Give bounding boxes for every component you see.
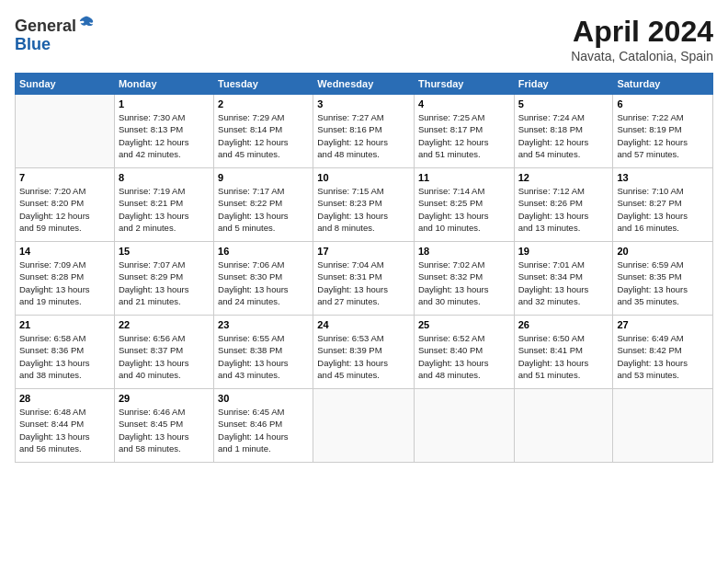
day-info: Sunrise: 7:01 AM Sunset: 8:34 PM Dayligh… [518, 259, 609, 307]
calendar-cell: 8Sunrise: 7:19 AM Sunset: 8:21 PM Daylig… [114, 168, 213, 242]
calendar-cell: 7Sunrise: 7:20 AM Sunset: 8:20 PM Daylig… [16, 168, 115, 242]
calendar-cell: 9Sunrise: 7:17 AM Sunset: 8:22 PM Daylig… [214, 168, 313, 242]
calendar-cell: 2Sunrise: 7:29 AM Sunset: 8:14 PM Daylig… [214, 95, 313, 168]
day-number: 29 [119, 393, 210, 404]
day-info: Sunrise: 7:15 AM Sunset: 8:23 PM Dayligh… [317, 185, 410, 234]
day-number: 6 [617, 98, 709, 109]
day-number: 20 [617, 246, 709, 257]
calendar-week-row: 21Sunrise: 6:58 AM Sunset: 8:36 PM Dayli… [16, 316, 713, 389]
logo-bird-icon [78, 15, 95, 31]
day-number: 8 [119, 172, 210, 183]
calendar-header-day: Tuesday [214, 74, 313, 95]
calendar-cell: 15Sunrise: 7:07 AM Sunset: 8:29 PM Dayli… [114, 242, 213, 316]
calendar-week-row: 28Sunrise: 6:48 AM Sunset: 8:44 PM Dayli… [16, 389, 713, 463]
day-info: Sunrise: 7:22 AM Sunset: 8:19 PM Dayligh… [617, 111, 709, 160]
day-info: Sunrise: 6:49 AM Sunset: 8:42 PM Dayligh… [617, 332, 709, 381]
calendar-cell [613, 389, 713, 463]
day-info: Sunrise: 7:20 AM Sunset: 8:20 PM Dayligh… [19, 185, 110, 234]
day-info: Sunrise: 7:17 AM Sunset: 8:22 PM Dayligh… [218, 185, 309, 234]
day-number: 15 [119, 246, 210, 257]
calendar-cell: 30Sunrise: 6:45 AM Sunset: 8:46 PM Dayli… [214, 389, 313, 463]
day-info: Sunrise: 7:02 AM Sunset: 8:32 PM Dayligh… [418, 259, 510, 307]
calendar-header-day: Monday [114, 74, 213, 95]
calendar-header-day: Sunday [16, 74, 115, 95]
calendar-cell: 16Sunrise: 7:06 AM Sunset: 8:30 PM Dayli… [214, 242, 313, 316]
day-number: 1 [119, 98, 210, 109]
calendar-week-row: 1Sunrise: 7:30 AM Sunset: 8:13 PM Daylig… [16, 95, 713, 168]
day-info: Sunrise: 6:46 AM Sunset: 8:45 PM Dayligh… [119, 406, 210, 454]
day-info: Sunrise: 7:04 AM Sunset: 8:31 PM Dayligh… [317, 259, 410, 307]
day-number: 23 [218, 319, 309, 330]
day-info: Sunrise: 6:48 AM Sunset: 8:44 PM Dayligh… [19, 406, 110, 454]
calendar-cell: 12Sunrise: 7:12 AM Sunset: 8:26 PM Dayli… [514, 168, 613, 242]
day-number: 2 [218, 98, 309, 109]
calendar-header-day: Friday [514, 74, 613, 95]
day-info: Sunrise: 6:59 AM Sunset: 8:35 PM Dayligh… [617, 259, 709, 307]
calendar-cell [414, 389, 514, 463]
calendar-cell: 22Sunrise: 6:56 AM Sunset: 8:37 PM Dayli… [114, 316, 213, 389]
title-block: April 2024 Navata, Catalonia, Spain [571, 15, 713, 63]
calendar-table: SundayMondayTuesdayWednesdayThursdayFrid… [15, 73, 713, 463]
calendar-cell: 3Sunrise: 7:27 AM Sunset: 8:16 PM Daylig… [313, 95, 415, 168]
day-number: 10 [317, 172, 410, 183]
calendar-header-day: Wednesday [313, 74, 415, 95]
day-number: 3 [317, 98, 410, 109]
calendar-cell: 26Sunrise: 6:50 AM Sunset: 8:41 PM Dayli… [514, 316, 613, 389]
logo-blue: Blue [15, 35, 51, 53]
calendar-cell: 10Sunrise: 7:15 AM Sunset: 8:23 PM Dayli… [313, 168, 415, 242]
calendar-cell: 13Sunrise: 7:10 AM Sunset: 8:27 PM Dayli… [613, 168, 713, 242]
calendar-cell: 27Sunrise: 6:49 AM Sunset: 8:42 PM Dayli… [613, 316, 713, 389]
day-number: 19 [518, 246, 609, 257]
day-info: Sunrise: 6:50 AM Sunset: 8:41 PM Dayligh… [518, 332, 609, 381]
calendar-cell: 29Sunrise: 6:46 AM Sunset: 8:45 PM Dayli… [114, 389, 213, 463]
day-info: Sunrise: 6:53 AM Sunset: 8:39 PM Dayligh… [317, 332, 410, 381]
day-number: 4 [418, 98, 510, 109]
day-number: 13 [617, 172, 709, 183]
day-number: 14 [19, 246, 110, 257]
day-number: 21 [19, 319, 110, 330]
calendar-cell: 14Sunrise: 7:09 AM Sunset: 8:28 PM Dayli… [16, 242, 115, 316]
calendar-header-day: Saturday [613, 74, 713, 95]
calendar-cell: 25Sunrise: 6:52 AM Sunset: 8:40 PM Dayli… [414, 316, 514, 389]
calendar-cell: 6Sunrise: 7:22 AM Sunset: 8:19 PM Daylig… [613, 95, 713, 168]
calendar-cell: 19Sunrise: 7:01 AM Sunset: 8:34 PM Dayli… [514, 242, 613, 316]
calendar-header-day: Thursday [414, 74, 514, 95]
day-info: Sunrise: 6:58 AM Sunset: 8:36 PM Dayligh… [19, 332, 110, 381]
day-number: 12 [518, 172, 609, 183]
calendar-cell: 11Sunrise: 7:14 AM Sunset: 8:25 PM Dayli… [414, 168, 514, 242]
day-number: 17 [317, 246, 410, 257]
day-info: Sunrise: 7:30 AM Sunset: 8:13 PM Dayligh… [119, 111, 210, 160]
logo-general: General [15, 17, 76, 35]
day-number: 18 [418, 246, 510, 257]
calendar-week-row: 7Sunrise: 7:20 AM Sunset: 8:20 PM Daylig… [16, 168, 713, 242]
calendar-cell: 21Sunrise: 6:58 AM Sunset: 8:36 PM Dayli… [16, 316, 115, 389]
day-number: 16 [218, 246, 309, 257]
day-number: 26 [518, 319, 609, 330]
logo: General Blue [15, 15, 95, 54]
day-number: 28 [19, 393, 110, 404]
day-number: 5 [518, 98, 609, 109]
day-info: Sunrise: 7:19 AM Sunset: 8:21 PM Dayligh… [119, 185, 210, 234]
title-month: April 2024 [571, 15, 713, 49]
day-number: 22 [119, 319, 210, 330]
day-info: Sunrise: 7:12 AM Sunset: 8:26 PM Dayligh… [518, 185, 609, 234]
day-number: 11 [418, 172, 510, 183]
calendar-week-row: 14Sunrise: 7:09 AM Sunset: 8:28 PM Dayli… [16, 242, 713, 316]
calendar-header-row: SundayMondayTuesdayWednesdayThursdayFrid… [16, 74, 713, 95]
calendar-cell: 24Sunrise: 6:53 AM Sunset: 8:39 PM Dayli… [313, 316, 415, 389]
day-info: Sunrise: 7:29 AM Sunset: 8:14 PM Dayligh… [218, 111, 309, 160]
day-info: Sunrise: 7:10 AM Sunset: 8:27 PM Dayligh… [617, 185, 709, 234]
day-info: Sunrise: 6:52 AM Sunset: 8:40 PM Dayligh… [418, 332, 510, 381]
day-info: Sunrise: 7:27 AM Sunset: 8:16 PM Dayligh… [317, 111, 410, 160]
calendar-cell [313, 389, 415, 463]
day-number: 27 [617, 319, 709, 330]
day-info: Sunrise: 7:06 AM Sunset: 8:30 PM Dayligh… [218, 259, 309, 307]
calendar-cell: 4Sunrise: 7:25 AM Sunset: 8:17 PM Daylig… [414, 95, 514, 168]
day-info: Sunrise: 6:56 AM Sunset: 8:37 PM Dayligh… [119, 332, 210, 381]
day-info: Sunrise: 7:07 AM Sunset: 8:29 PM Dayligh… [119, 259, 210, 307]
day-info: Sunrise: 6:45 AM Sunset: 8:46 PM Dayligh… [218, 406, 309, 454]
calendar-cell [514, 389, 613, 463]
calendar-cell: 17Sunrise: 7:04 AM Sunset: 8:31 PM Dayli… [313, 242, 415, 316]
day-number: 7 [19, 172, 110, 183]
day-info: Sunrise: 7:14 AM Sunset: 8:25 PM Dayligh… [418, 185, 510, 234]
